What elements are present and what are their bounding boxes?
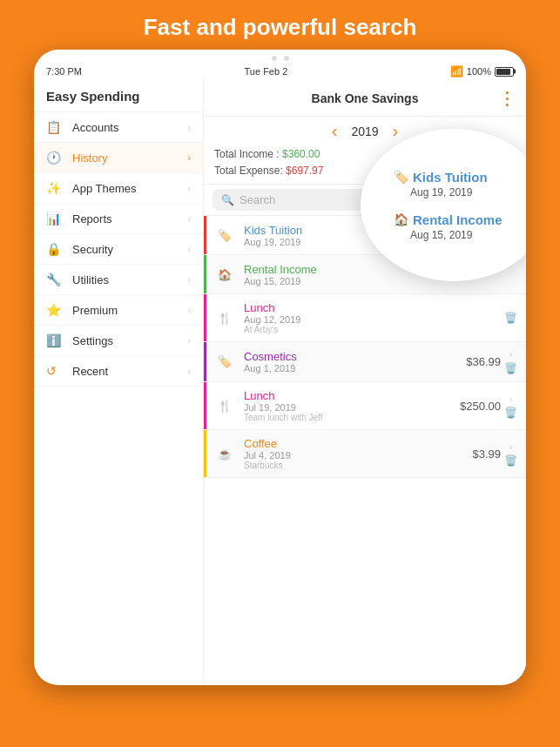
tx-info: Lunch Jul 19, 2019 Team lunch with Jeff <box>244 389 460 422</box>
tx-actions: 🗑️ <box>504 312 517 324</box>
sidebar-label-reports: Reports <box>72 212 187 225</box>
tx-name: Lunch <box>244 301 504 314</box>
tx-name: Rental Income <box>244 263 517 276</box>
sidebar-item-history[interactable]: 🕐 History › <box>34 143 203 173</box>
sidebar-item-accounts[interactable]: 📋 Accounts › <box>34 112 203 143</box>
trash-icon[interactable]: 🗑️ <box>504 454 517 467</box>
sidebar-label-security: Security <box>72 243 187 256</box>
chevron-right-icon: › <box>509 441 513 452</box>
expense-value: $697.97 <box>286 165 323 177</box>
transaction-item[interactable]: 🍴 Lunch Aug 12, 2019 At Arby's 🗑️ <box>204 294 526 342</box>
tx-actions: › 🗑️ <box>504 441 517 467</box>
trash-icon[interactable]: 🗑️ <box>504 312 517 324</box>
main-content: Bank One Savings ⋮ ‹ 2019 › Total Income… <box>204 81 526 682</box>
tx-info: Coffee Jul 4, 2019 Starbucks <box>244 437 472 470</box>
settings-icon: ℹ️ <box>46 333 65 347</box>
trash-icon[interactable]: 🗑️ <box>504 407 517 419</box>
tx-amount: $3.99 <box>472 448 501 461</box>
search-bar: 🔍 Search <box>204 185 526 216</box>
search-input-wrap[interactable]: 🔍 Search <box>213 189 517 211</box>
total-income-row: Total Income : $360.00 <box>214 146 516 163</box>
status-date: Tue Feb 2 <box>245 66 288 77</box>
sidebar-item-recent[interactable]: ↺ Recent › <box>34 356 203 387</box>
items-count: 4 items <box>482 147 516 159</box>
sidebar-item-reports[interactable]: 📊 Reports › <box>34 204 203 234</box>
main-title: Bank One Savings <box>232 91 498 105</box>
kids-tuition-icon: 🏷️ <box>213 223 237 247</box>
reports-icon: 📊 <box>46 212 65 225</box>
chevron-right-active-icon: › <box>187 152 191 163</box>
tx-sub: Starbucks <box>244 461 472 470</box>
tx-name: Lunch <box>244 389 460 402</box>
sidebar-label-premium: Premium <box>72 304 187 317</box>
sidebar-item-utilities[interactable]: 🔧 Utilities › <box>34 265 203 295</box>
accounts-icon: 📋 <box>46 120 65 134</box>
camera-dot-2 <box>284 56 289 61</box>
tx-info: Cosmetics Aug 1, 2019 <box>244 350 466 374</box>
transaction-item[interactable]: ☕ Coffee Jul 4, 2019 Starbucks $3.99 › 🗑… <box>204 430 526 478</box>
tx-info: Rental Income Aug 15, 2019 <box>244 263 517 286</box>
sidebar-item-settings[interactable]: ℹ️ Settings › <box>34 326 203 356</box>
sidebar-item-security[interactable]: 🔒 Security › <box>34 234 203 265</box>
tx-sub: At Arby's <box>244 325 504 334</box>
sidebar-item-app-themes[interactable]: ✨ App Themes › <box>34 173 203 204</box>
search-placeholder: Search <box>240 193 275 206</box>
wifi-icon: 📶 <box>450 65 463 77</box>
prev-year-button[interactable]: ‹ <box>332 121 338 141</box>
expense-label: Total Expense: <box>214 165 283 177</box>
sidebar-label-app-themes: App Themes <box>72 182 187 195</box>
sidebar-item-premium[interactable]: ⭐ Premium › <box>34 295 203 326</box>
transaction-item[interactable]: 🏠 Rental Income Aug 15, 2019 <box>204 255 526 294</box>
sidebar-label-history: History <box>72 151 187 165</box>
tx-actions: › 🗑️ <box>504 394 517 419</box>
income-value: $360.00 <box>282 148 320 160</box>
sidebar-app-title: Easy Spending <box>34 81 203 112</box>
sidebar-label-utilities: Utilities <box>72 273 187 286</box>
sidebar: Easy Spending 📋 Accounts › 🕐 History › ✨… <box>34 81 204 682</box>
chevron-right-icon: › <box>509 349 513 360</box>
status-bar: 7:30 PM Tue Feb 2 📶 100% <box>34 64 526 81</box>
tx-date: Aug 15, 2019 <box>244 276 517 286</box>
tx-actions: › 🗑️ <box>504 349 517 374</box>
next-year-button[interactable]: › <box>393 121 399 141</box>
trash-icon[interactable]: 🗑️ <box>504 362 517 374</box>
tx-name: Cosmetics <box>244 350 466 363</box>
chevron-right-icon: › <box>187 122 191 132</box>
transaction-item[interactable]: 🍴 Lunch Jul 19, 2019 Team lunch with Jef… <box>204 382 526 430</box>
lunch2-icon: 🍴 <box>213 394 237 418</box>
tx-name: Kids Tuition <box>244 224 517 237</box>
tx-amount: $36.99 <box>466 355 501 368</box>
status-right: 📶 100% <box>450 65 514 77</box>
more-options-icon[interactable]: ⋮ <box>498 88 516 109</box>
tablet-camera <box>34 50 526 64</box>
tx-name: Coffee <box>244 437 472 450</box>
year-label: 2019 <box>351 124 378 138</box>
chevron-right-icon: › <box>187 366 191 376</box>
status-time: 7:30 PM <box>46 66 82 77</box>
tx-info: Lunch Aug 12, 2019 At Arby's <box>244 301 504 334</box>
income-label: Total Income : <box>214 148 280 160</box>
transaction-item[interactable]: 🏷️ Cosmetics Aug 1, 2019 $36.99 › 🗑️ <box>204 342 526 382</box>
tx-date: Aug 19, 2019 <box>244 237 517 247</box>
sidebar-label-recent: Recent <box>72 365 187 378</box>
security-icon: 🔒 <box>46 242 65 256</box>
battery-percent: 100% <box>467 66 491 77</box>
utilities-icon: 🔧 <box>46 273 65 286</box>
rental-income-icon: 🏠 <box>213 262 237 286</box>
tx-date: Aug 1, 2019 <box>244 363 466 374</box>
header-title: Fast and powerful search <box>144 14 417 40</box>
lunch1-icon: 🍴 <box>213 306 237 330</box>
transaction-item[interactable]: 🏷️ Kids Tuition Aug 19, 2019 <box>204 216 526 255</box>
chevron-right-icon: › <box>187 183 191 193</box>
chevron-right-icon: › <box>187 244 191 254</box>
year-nav: ‹ 2019 › <box>204 117 526 144</box>
chevron-right-icon: › <box>509 394 513 404</box>
chevron-right-icon: › <box>187 274 191 285</box>
coffee-icon: ☕ <box>213 441 237 466</box>
totals-bar: Total Income : $360.00 Total Expense: $6… <box>204 144 526 185</box>
app-themes-icon: ✨ <box>46 181 65 195</box>
app-layout: Easy Spending 📋 Accounts › 🕐 History › ✨… <box>34 81 526 682</box>
transactions-list: 🏷️ Kids Tuition Aug 19, 2019 🏠 Rental In… <box>204 216 526 682</box>
history-icon: 🕐 <box>46 151 65 165</box>
sidebar-label-settings: Settings <box>72 334 187 347</box>
